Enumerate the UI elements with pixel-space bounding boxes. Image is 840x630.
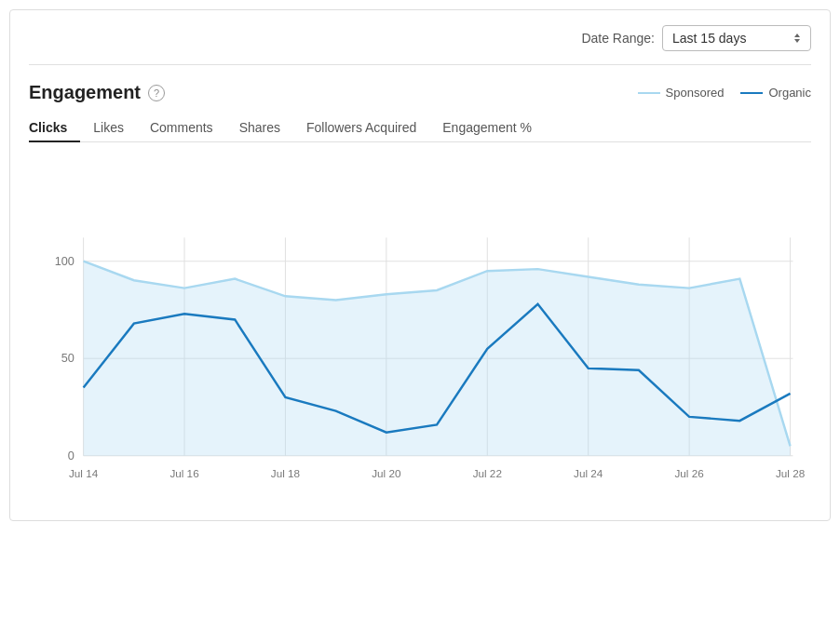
tabs-row: Clicks Likes Comments Shares Followers A… — [29, 114, 811, 142]
svg-text:Jul 18: Jul 18 — [271, 467, 301, 479]
tab-shares[interactable]: Shares — [226, 114, 293, 142]
legend-item-organic: Organic — [740, 86, 811, 100]
svg-text:Jul 26: Jul 26 — [674, 467, 703, 479]
engagement-title: Engagement ? — [29, 82, 165, 103]
chart-area: 100 50 0 Jul 14 Jul 16 Jul 18 Jul 20 Jul… — [29, 152, 811, 505]
svg-text:0: 0 — [68, 449, 75, 462]
date-range-select[interactable]: Last 7 days Last 15 days Last 30 days La… — [662, 25, 811, 51]
svg-text:Jul 28: Jul 28 — [776, 467, 806, 479]
tab-clicks[interactable]: Clicks — [29, 114, 80, 142]
svg-text:Jul 14: Jul 14 — [69, 467, 99, 479]
organic-line-icon — [740, 92, 763, 94]
tab-likes[interactable]: Likes — [80, 114, 137, 142]
legend-item-sponsored: Sponsored — [638, 86, 725, 100]
top-bar: Date Range: Last 7 days Last 15 days Las… — [29, 25, 811, 65]
chart-svg: 100 50 0 Jul 14 Jul 16 Jul 18 Jul 20 Jul… — [29, 152, 811, 505]
svg-text:Jul 24: Jul 24 — [574, 467, 603, 479]
tab-followers-acquired[interactable]: Followers Acquired — [293, 114, 429, 142]
date-range-label: Date Range: — [581, 31, 655, 46]
chart-legend: Sponsored Organic — [638, 86, 811, 100]
legend-organic-label: Organic — [768, 86, 811, 100]
main-container: Date Range: Last 7 days Last 15 days Las… — [9, 9, 831, 521]
help-icon[interactable]: ? — [148, 85, 165, 101]
section-header: Engagement ? Sponsored Organic — [29, 82, 811, 103]
svg-text:Jul 16: Jul 16 — [169, 467, 198, 479]
svg-text:Jul 22: Jul 22 — [473, 467, 502, 479]
engagement-title-text: Engagement — [29, 82, 141, 103]
svg-text:Jul 20: Jul 20 — [372, 467, 401, 479]
tab-comments[interactable]: Comments — [137, 114, 226, 142]
tab-engagement-percent[interactable]: Engagement % — [429, 114, 545, 142]
svg-text:50: 50 — [61, 352, 75, 365]
svg-text:100: 100 — [55, 255, 75, 268]
legend-sponsored-label: Sponsored — [666, 86, 725, 100]
sponsored-line-icon — [638, 92, 660, 94]
